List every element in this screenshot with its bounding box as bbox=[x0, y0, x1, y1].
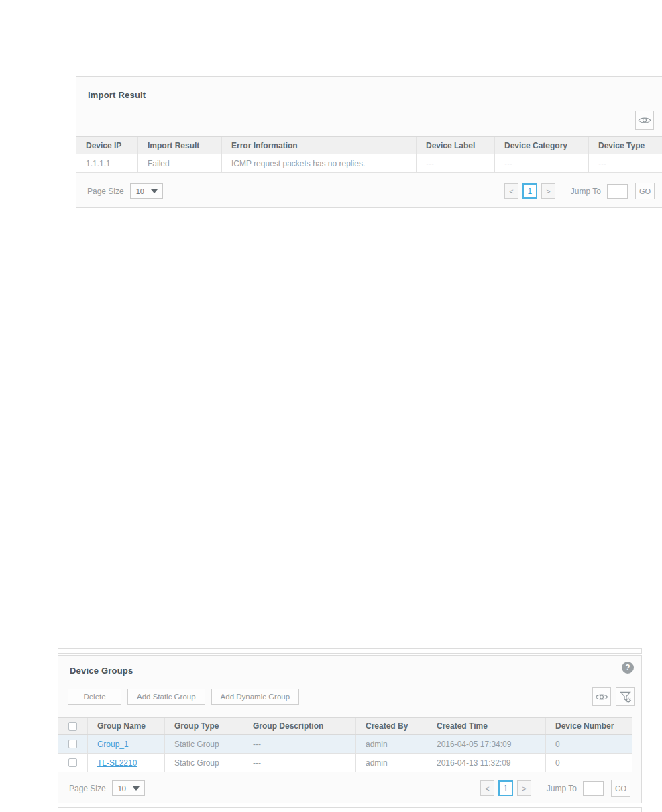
cell-device-ip: 1.1.1.1 bbox=[76, 154, 137, 172]
cell-group-description: --- bbox=[243, 735, 355, 753]
row-checkbox[interactable] bbox=[68, 740, 77, 748]
col-header-device-ip: Device IP bbox=[76, 137, 137, 154]
jump-to-label: Jump To bbox=[571, 187, 601, 196]
collapsed-panel-edge-bottom bbox=[58, 807, 642, 812]
column-visibility-button[interactable] bbox=[592, 687, 611, 706]
current-page-indicator[interactable]: 1 bbox=[498, 780, 513, 796]
col-header-device-category: Device Category bbox=[494, 137, 588, 154]
prev-page-button[interactable]: < bbox=[504, 183, 518, 199]
table-header-row: Group Name Group Type Group Description … bbox=[58, 717, 632, 735]
column-visibility-button[interactable] bbox=[635, 111, 654, 130]
collapsed-panel-edge-middle bbox=[76, 211, 662, 219]
row-checkbox[interactable] bbox=[68, 758, 77, 767]
col-header-group-name: Group Name bbox=[87, 718, 164, 734]
prev-page-button[interactable]: < bbox=[480, 780, 494, 796]
col-header-import-result: Import Result bbox=[137, 137, 221, 154]
cell-device-number: 0 bbox=[545, 735, 632, 753]
cell-group-description: --- bbox=[243, 754, 355, 772]
table-row: Group_1 Static Group --- admin 2016-04-0… bbox=[58, 735, 632, 754]
page-size-value: 10 bbox=[118, 784, 126, 793]
pagination-bar: Page Size 10 < 1 > Jump To GO bbox=[58, 772, 641, 804]
page-size-label: Page Size bbox=[87, 187, 124, 196]
page-size-select[interactable]: 10 bbox=[130, 183, 163, 199]
cell-device-type: --- bbox=[588, 154, 662, 172]
device-groups-title: Device Groups bbox=[70, 666, 133, 676]
col-header-error-information: Error Information bbox=[221, 137, 416, 154]
eye-icon bbox=[595, 692, 608, 702]
help-icon[interactable]: ? bbox=[622, 662, 634, 674]
col-header-created-by: Created By bbox=[355, 718, 427, 734]
col-header-device-type: Device Type bbox=[588, 137, 662, 154]
jump-to-input[interactable] bbox=[607, 184, 628, 199]
go-button[interactable]: GO bbox=[611, 780, 630, 797]
table-header-row: Device IP Import Result Error Informatio… bbox=[76, 136, 662, 154]
cell-created-time: 2016-04-13 11:32:09 bbox=[427, 754, 545, 772]
current-page-indicator[interactable]: 1 bbox=[522, 183, 537, 199]
cell-group-type: Static Group bbox=[164, 754, 243, 772]
jump-to-label: Jump To bbox=[547, 784, 577, 793]
groups-toolbar: Delete Add Static Group Add Dynamic Grou… bbox=[68, 689, 305, 705]
cell-error-information: ICMP request packets has no replies. bbox=[221, 154, 416, 172]
cell-device-label: --- bbox=[416, 154, 494, 172]
next-page-button[interactable]: > bbox=[541, 183, 555, 199]
cell-device-category: --- bbox=[494, 154, 588, 172]
eye-icon bbox=[638, 115, 651, 125]
cell-group-type: Static Group bbox=[164, 735, 243, 753]
col-header-group-description: Group Description bbox=[243, 718, 355, 734]
next-page-button[interactable]: > bbox=[517, 780, 531, 796]
filter-button[interactable] bbox=[616, 687, 635, 706]
pagination-bar: Page Size 10 < 1 > Jump To GO bbox=[76, 173, 662, 209]
page-size-select[interactable]: 10 bbox=[112, 780, 145, 796]
add-static-group-button[interactable]: Add Static Group bbox=[127, 689, 205, 705]
import-result-title: Import Result bbox=[88, 90, 146, 100]
cell-device-number: 0 bbox=[545, 754, 632, 772]
collapsed-panel-edge-groups-top bbox=[58, 648, 642, 654]
add-dynamic-group-button[interactable]: Add Dynamic Group bbox=[211, 689, 300, 705]
collapsed-panel-edge-top bbox=[76, 66, 662, 72]
col-header-device-label: Device Label bbox=[416, 137, 494, 154]
col-header-created-time: Created Time bbox=[427, 718, 545, 734]
delete-button[interactable]: Delete bbox=[68, 689, 121, 705]
col-header-device-number: Device Number bbox=[545, 718, 632, 734]
go-button[interactable]: GO bbox=[635, 183, 655, 199]
cell-created-time: 2016-04-05 17:34:09 bbox=[427, 735, 545, 753]
import-result-table: Device IP Import Result Error Informatio… bbox=[76, 136, 662, 173]
import-result-panel: Import Result Device IP Import Result Er… bbox=[76, 76, 662, 208]
table-row: 1.1.1.1 Failed ICMP request packets has … bbox=[76, 154, 662, 173]
group-name-link[interactable]: TL-SL2210 bbox=[97, 758, 137, 768]
filter-icon bbox=[619, 691, 632, 703]
page-size-value: 10 bbox=[136, 187, 144, 195]
jump-to-input[interactable] bbox=[583, 781, 604, 796]
device-groups-panel: Device Groups ? Delete Add Static Group … bbox=[58, 655, 642, 803]
table-row: TL-SL2210 Static Group --- admin 2016-04… bbox=[58, 754, 632, 772]
col-header-group-type: Group Type bbox=[164, 718, 243, 734]
cell-created-by: admin bbox=[355, 735, 427, 753]
page-size-label: Page Size bbox=[69, 784, 106, 793]
cell-created-by: admin bbox=[355, 754, 427, 772]
caret-down-icon bbox=[151, 189, 158, 193]
group-name-link[interactable]: Group_1 bbox=[97, 740, 129, 749]
select-all-checkbox[interactable] bbox=[68, 722, 77, 731]
cell-import-result: Failed bbox=[137, 154, 221, 172]
caret-down-icon bbox=[133, 786, 140, 791]
device-groups-table: Group Name Group Type Group Description … bbox=[58, 717, 632, 772]
